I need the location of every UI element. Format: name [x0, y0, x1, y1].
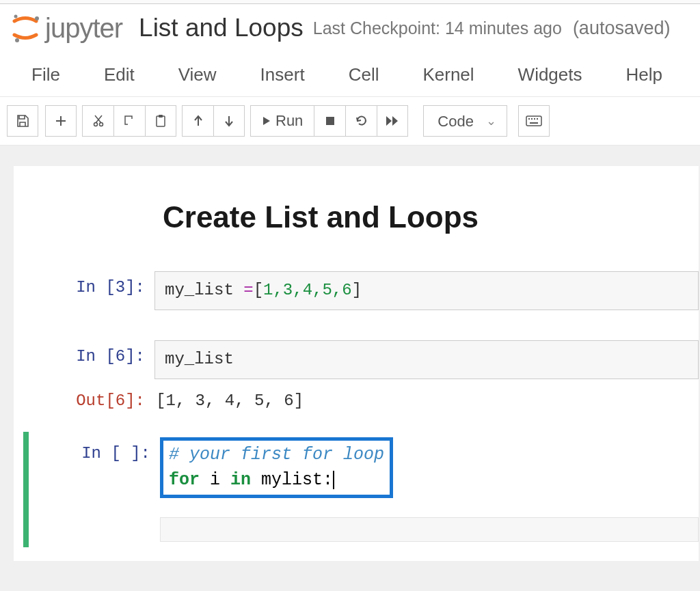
svg-rect-11 [528, 118, 530, 120]
output-text: [1, 3, 4, 5, 6] [154, 385, 699, 414]
menu-file[interactable]: File [10, 52, 82, 96]
save-button[interactable] [7, 105, 38, 137]
restart-button[interactable] [345, 105, 377, 137]
cell-type-select[interactable]: Code [423, 105, 507, 137]
menu-widgets[interactable]: Widgets [496, 52, 604, 96]
run-label: Run [275, 112, 303, 130]
cut-button[interactable] [82, 105, 113, 137]
run-button[interactable]: Run [250, 105, 314, 137]
toolbar: Run Code ⌄ [0, 97, 700, 146]
markdown-cell[interactable]: Create List and Loops [14, 200, 699, 234]
jupyter-icon [10, 12, 41, 44]
output-row: Out[6]: [1, 3, 4, 5, 6] [14, 385, 699, 420]
code-input[interactable]: my_list =[1,3,4,5,6] [154, 271, 699, 310]
checkpoint-text: Last Checkpoint: 14 minutes ago [313, 18, 562, 38]
svg-rect-14 [537, 118, 538, 120]
copy-button[interactable] [113, 105, 145, 137]
heading: Create List and Loops [163, 200, 671, 234]
svg-point-0 [14, 15, 18, 18]
jupyter-logo[interactable]: jupyter [10, 12, 122, 44]
svg-rect-9 [326, 117, 334, 125]
code-cell[interactable]: In [6]: my_list [14, 335, 699, 385]
menu-edit[interactable]: Edit [82, 52, 157, 96]
svg-rect-13 [534, 118, 535, 120]
header: jupyter List and Loops Last Checkpoint: … [0, 4, 700, 51]
input-prompt: In [ ]: [29, 437, 160, 542]
notebook: Create List and Loops In [3]: my_list =[… [14, 166, 699, 561]
menubar: File Edit View Insert Cell Kernel Widget… [0, 51, 700, 97]
brand-name: jupyter [45, 13, 122, 44]
fast-forward-button[interactable] [377, 105, 408, 137]
output-prompt: Out[6]: [14, 385, 154, 414]
add-cell-button[interactable] [45, 105, 77, 137]
svg-rect-12 [531, 118, 533, 120]
svg-rect-6 [128, 119, 135, 127]
move-down-button[interactable] [213, 105, 245, 137]
svg-point-4 [99, 123, 103, 126]
menu-cell[interactable]: Cell [327, 52, 401, 96]
cursor-icon [333, 471, 334, 490]
svg-rect-15 [530, 122, 538, 124]
svg-point-3 [94, 123, 97, 126]
code-input[interactable]: # your first for loop for i in mylist: [160, 437, 393, 498]
paste-button[interactable] [145, 105, 176, 137]
menu-help[interactable]: Help [604, 52, 684, 96]
notebook-area: Create List and Loops In [3]: my_list =[… [0, 146, 700, 591]
command-palette-button[interactable] [518, 105, 550, 137]
code-trailing-area[interactable] [160, 517, 699, 542]
input-prompt: In [6]: [14, 340, 154, 379]
menu-insert[interactable]: Insert [239, 52, 327, 96]
svg-rect-8 [159, 115, 163, 118]
svg-rect-10 [526, 116, 541, 126]
autosaved-text: (autosaved) [573, 18, 671, 39]
move-up-button[interactable] [182, 105, 213, 137]
input-prompt: In [3]: [14, 271, 154, 310]
notebook-title[interactable]: List and Loops [139, 14, 304, 42]
svg-point-1 [35, 16, 39, 20]
code-input[interactable]: my_list [154, 340, 699, 379]
menu-kernel[interactable]: Kernel [401, 52, 496, 96]
code-cell-selected[interactable]: In [ ]: # your first for loop for i in m… [23, 432, 699, 547]
code-cell[interactable]: In [3]: my_list =[1,3,4,5,6] [14, 266, 699, 316]
stop-button[interactable] [314, 105, 345, 137]
svg-rect-7 [157, 116, 165, 126]
menu-view[interactable]: View [157, 52, 239, 96]
svg-point-2 [15, 38, 19, 42]
